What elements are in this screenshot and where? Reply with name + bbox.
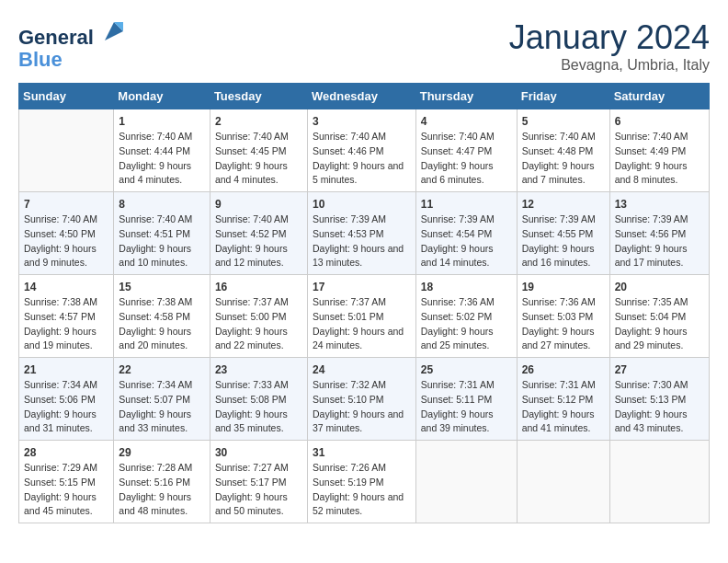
daylight-text: Daylight: 9 hours and 14 minutes. <box>421 243 494 269</box>
calendar-cell: 5Sunrise: 7:40 AMSunset: 4:48 PMDaylight… <box>517 109 609 192</box>
logo-text-line1: General <box>18 18 127 49</box>
calendar-cell: 13Sunrise: 7:39 AMSunset: 4:56 PMDayligh… <box>609 192 709 275</box>
calendar-cell: 29Sunrise: 7:28 AMSunset: 5:16 PMDayligh… <box>114 441 210 523</box>
calendar-cell: 21Sunrise: 7:34 AMSunset: 5:06 PMDayligh… <box>19 358 114 441</box>
calendar-cell: 10Sunrise: 7:39 AMSunset: 4:53 PMDayligh… <box>307 192 415 275</box>
calendar-cell: 20Sunrise: 7:35 AMSunset: 5:04 PMDayligh… <box>609 275 709 358</box>
calendar-cell: 7Sunrise: 7:40 AMSunset: 4:50 PMDaylight… <box>19 192 114 275</box>
logo-icon <box>101 18 127 44</box>
sunrise-text: Sunrise: 7:38 AM <box>24 296 97 307</box>
day-number: 27 <box>615 362 704 378</box>
daylight-text: Daylight: 9 hours and 20 minutes. <box>119 326 191 351</box>
col-header-wednesday: Wednesday <box>307 84 415 109</box>
sunrise-text: Sunrise: 7:30 AM <box>615 379 688 390</box>
sunrise-text: Sunrise: 7:36 AM <box>522 296 596 307</box>
calendar-cell <box>415 441 517 523</box>
sunrise-text: Sunrise: 7:40 AM <box>313 131 386 142</box>
page-header: General Blue January 2024 Bevagna, Umbri… <box>18 18 710 74</box>
daylight-text: Daylight: 9 hours and 29 minutes. <box>615 326 688 351</box>
daylight-text: Daylight: 9 hours and 39 minutes. <box>421 408 494 434</box>
daylight-text: Daylight: 9 hours and 9 minutes. <box>24 243 97 269</box>
col-header-saturday: Saturday <box>609 84 709 109</box>
sunrise-text: Sunrise: 7:29 AM <box>24 462 97 473</box>
sunrise-text: Sunrise: 7:36 AM <box>421 296 495 307</box>
week-row-2: 7Sunrise: 7:40 AMSunset: 4:50 PMDaylight… <box>19 192 710 275</box>
daylight-text: Daylight: 9 hours and 27 minutes. <box>522 326 595 351</box>
day-number: 20 <box>615 279 704 295</box>
daylight-text: Daylight: 9 hours and 4 minutes. <box>119 160 191 186</box>
day-number: 6 <box>615 113 704 130</box>
calendar-cell: 9Sunrise: 7:40 AMSunset: 4:52 PMDaylight… <box>210 192 307 275</box>
day-number: 7 <box>24 196 108 213</box>
day-number: 26 <box>522 362 605 378</box>
calendar-cell: 16Sunrise: 7:37 AMSunset: 5:00 PMDayligh… <box>210 275 307 358</box>
daylight-text: Daylight: 9 hours and 7 minutes. <box>522 160 595 186</box>
calendar-cell: 23Sunrise: 7:33 AMSunset: 5:08 PMDayligh… <box>210 358 307 441</box>
sunset-text: Sunset: 5:16 PM <box>119 477 190 488</box>
daylight-text: Daylight: 9 hours and 31 minutes. <box>24 408 97 434</box>
logo: General Blue <box>18 18 127 71</box>
calendar-cell: 3Sunrise: 7:40 AMSunset: 4:46 PMDaylight… <box>307 109 415 192</box>
sunset-text: Sunset: 5:04 PM <box>615 311 687 322</box>
day-number: 16 <box>215 279 302 295</box>
daylight-text: Daylight: 9 hours and 12 minutes. <box>215 243 288 269</box>
sunset-text: Sunset: 5:11 PM <box>421 394 493 405</box>
calendar-cell: 18Sunrise: 7:36 AMSunset: 5:02 PMDayligh… <box>415 275 517 358</box>
daylight-text: Daylight: 9 hours and 5 minutes. <box>313 160 404 186</box>
sunrise-text: Sunrise: 7:38 AM <box>119 296 192 307</box>
day-number: 8 <box>119 196 205 213</box>
col-header-thursday: Thursday <box>415 84 517 109</box>
sunset-text: Sunset: 4:46 PM <box>313 145 384 156</box>
sunset-text: Sunset: 5:02 PM <box>421 311 493 322</box>
sunset-text: Sunset: 4:57 PM <box>24 311 96 322</box>
title-block: January 2024 Bevagna, Umbria, Italy <box>509 18 710 74</box>
col-header-friday: Friday <box>517 84 609 109</box>
daylight-text: Daylight: 9 hours and 8 minutes. <box>615 160 688 186</box>
week-row-5: 28Sunrise: 7:29 AMSunset: 5:15 PMDayligh… <box>19 441 710 523</box>
calendar-cell: 15Sunrise: 7:38 AMSunset: 4:58 PMDayligh… <box>114 275 210 358</box>
daylight-text: Daylight: 9 hours and 41 minutes. <box>522 408 595 434</box>
sunset-text: Sunset: 5:13 PM <box>615 394 687 405</box>
sunrise-text: Sunrise: 7:39 AM <box>615 213 688 224</box>
daylight-text: Daylight: 9 hours and 52 minutes. <box>313 491 404 517</box>
day-number: 24 <box>313 362 411 378</box>
day-number: 2 <box>215 113 302 130</box>
calendar-cell: 4Sunrise: 7:40 AMSunset: 4:47 PMDaylight… <box>415 109 517 192</box>
day-number: 28 <box>24 444 108 461</box>
day-number: 1 <box>119 113 205 130</box>
sunrise-text: Sunrise: 7:40 AM <box>215 131 289 142</box>
day-number: 14 <box>24 279 108 295</box>
day-number: 12 <box>522 196 605 213</box>
day-number: 5 <box>522 113 605 130</box>
daylight-text: Daylight: 9 hours and 45 minutes. <box>24 491 97 517</box>
sunrise-text: Sunrise: 7:39 AM <box>522 213 596 224</box>
day-number: 19 <box>522 279 605 295</box>
calendar-cell: 12Sunrise: 7:39 AMSunset: 4:55 PMDayligh… <box>517 192 609 275</box>
sunrise-text: Sunrise: 7:35 AM <box>615 296 688 307</box>
day-number: 13 <box>615 196 704 213</box>
calendar-cell: 22Sunrise: 7:34 AMSunset: 5:07 PMDayligh… <box>114 358 210 441</box>
sunset-text: Sunset: 5:07 PM <box>119 394 190 405</box>
sunset-text: Sunset: 5:01 PM <box>313 311 384 322</box>
sunrise-text: Sunrise: 7:40 AM <box>119 213 192 224</box>
sunrise-text: Sunrise: 7:40 AM <box>24 213 97 224</box>
sunrise-text: Sunrise: 7:37 AM <box>215 296 289 307</box>
sunset-text: Sunset: 4:45 PM <box>215 145 287 156</box>
day-number: 29 <box>119 444 205 461</box>
day-number: 10 <box>313 196 411 213</box>
daylight-text: Daylight: 9 hours and 19 minutes. <box>24 326 97 351</box>
calendar-cell: 1Sunrise: 7:40 AMSunset: 4:44 PMDaylight… <box>114 109 210 192</box>
calendar-cell: 17Sunrise: 7:37 AMSunset: 5:01 PMDayligh… <box>307 275 415 358</box>
calendar-cell: 28Sunrise: 7:29 AMSunset: 5:15 PMDayligh… <box>19 441 114 523</box>
sunrise-text: Sunrise: 7:31 AM <box>421 379 495 390</box>
sunrise-text: Sunrise: 7:37 AM <box>313 296 386 307</box>
day-number: 11 <box>421 196 512 213</box>
logo-text-line2: Blue <box>18 49 127 71</box>
sunrise-text: Sunrise: 7:28 AM <box>119 462 192 473</box>
sunset-text: Sunset: 5:15 PM <box>24 477 96 488</box>
daylight-text: Daylight: 9 hours and 4 minutes. <box>215 160 288 186</box>
sunset-text: Sunset: 5:17 PM <box>215 477 287 488</box>
daylight-text: Daylight: 9 hours and 6 minutes. <box>421 160 494 186</box>
day-number: 31 <box>313 444 411 461</box>
daylight-text: Daylight: 9 hours and 43 minutes. <box>615 408 688 434</box>
